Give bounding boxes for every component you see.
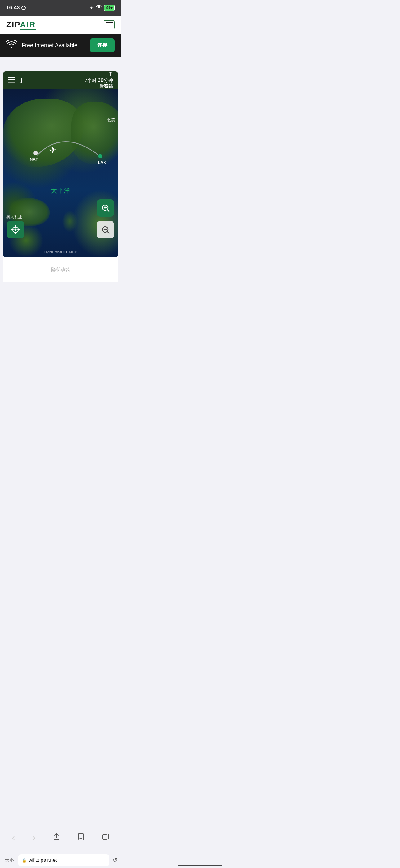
wifi-banner-text: Free Internet Available [22, 42, 85, 49]
svg-line-10 [107, 231, 109, 234]
zoom-out-button[interactable] [97, 221, 114, 239]
below-map-area: 隐私动饯 [3, 257, 118, 282]
map-visual: 北美 奥大利亚 太平洋 NRT LAX ✈ [3, 89, 118, 257]
label-north-america: 北美 [107, 117, 115, 123]
zipair-logo: ZIPAIR [6, 20, 36, 30]
battery-indicator: 99+ [104, 5, 115, 11]
landing-time: 7小时 30分钟 [85, 77, 113, 84]
person-icon [22, 6, 26, 10]
map-info-icon[interactable]: i [21, 76, 22, 85]
label-australia: 奥大利亚 [6, 214, 22, 220]
zoom-in-button[interactable] [97, 199, 114, 217]
svg-line-7 [107, 210, 109, 212]
center-map-button[interactable] [7, 221, 24, 239]
privacy-hint: 隐私动饯 [51, 267, 70, 273]
menu-button[interactable] [104, 20, 115, 30]
airplane-mode-icon: ✈ [90, 5, 94, 11]
svg-point-12 [14, 229, 17, 231]
dot-nrt [33, 151, 38, 155]
wifi-banner-icon [6, 40, 17, 51]
status-time: 16:43 [6, 5, 26, 11]
map-menu-icon[interactable] [8, 77, 15, 84]
map-header: i 于 7小时 30分钟 后着陆 [3, 71, 118, 89]
map-flight-info: 于 7小时 30分钟 后着陆 [85, 71, 113, 89]
label-pacific: 太平洋 [51, 187, 70, 195]
map-section: i 于 7小时 30分钟 后着陆 北美 奥大利亚 太平洋 NRT LAX [3, 71, 118, 257]
svg-rect-3 [8, 82, 15, 83]
label-lax: LAX [98, 160, 106, 165]
landing-prefix: 于 [85, 71, 113, 77]
landing-suffix: 后着陆 [85, 84, 113, 89]
svg-rect-2 [8, 79, 15, 80]
svg-rect-1 [8, 77, 15, 78]
bottom-spacer [0, 282, 121, 319]
spacer [0, 57, 121, 64]
airplane-icon: ✈ [49, 144, 57, 156]
wifi-banner: Free Internet Available 连接 [0, 34, 121, 57]
wifi-icon [96, 5, 102, 10]
map-header-controls: i [8, 76, 22, 85]
label-nrt: NRT [30, 157, 38, 162]
map-copyright: FlightPath3D HTML © [44, 250, 77, 254]
app-header: ZIPAIR [0, 16, 121, 34]
status-right: ✈ 99+ [90, 5, 115, 11]
svg-point-0 [10, 46, 12, 49]
status-bar: 16:43 ✈ 99+ [0, 0, 121, 16]
dot-lax [98, 154, 102, 158]
connect-button[interactable]: 连接 [90, 38, 115, 53]
